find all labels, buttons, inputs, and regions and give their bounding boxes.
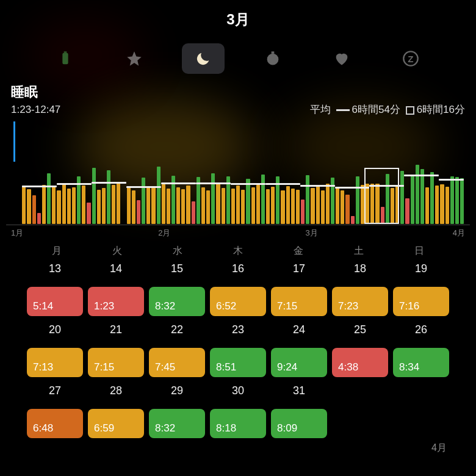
sleep-bar-chart[interactable] [6, 121, 470, 225]
chart-bar [42, 185, 46, 224]
chart-bar [286, 186, 290, 224]
sleep-block: 1:23 [88, 287, 144, 316]
sleep-block: 8:32 [149, 287, 205, 316]
calendar-cell[interactable]: 187:23 [332, 260, 388, 316]
chart-bar [440, 184, 444, 224]
chart-bar [132, 190, 135, 224]
tab-battery[interactable] [44, 43, 87, 74]
calendar-cell[interactable]: 197:16 [393, 260, 449, 316]
calendar-cell[interactable]: 318:09 [271, 382, 327, 438]
chart-bar [256, 185, 260, 224]
sleep-block: 8:09 [271, 409, 327, 438]
x-tick: 1月 [11, 228, 23, 239]
avg-segment [335, 187, 370, 189]
moon-icon [195, 50, 212, 67]
avg-segment [439, 179, 464, 181]
chart-bar [201, 187, 205, 224]
range-label: 1:23-12:47 [11, 104, 60, 116]
avg-segment [265, 183, 300, 185]
avg-segment [300, 185, 335, 187]
battery-icon [57, 50, 74, 67]
calendar-cell[interactable]: 249:24 [271, 321, 327, 377]
chart-bar [231, 189, 235, 224]
day-number: 13 [49, 262, 61, 275]
chart-bar [97, 190, 101, 224]
chart-bar [281, 190, 284, 224]
chart-bar [82, 186, 85, 224]
tab-z[interactable]: Z [389, 43, 432, 74]
calendar-cell[interactable]: 286:59 [88, 382, 144, 438]
chart-bar [216, 184, 220, 224]
tab-timer[interactable] [251, 43, 294, 74]
calendar-cell[interactable]: 177:15 [271, 260, 327, 316]
calendar-cell[interactable] [393, 382, 449, 438]
day-number: 17 [293, 262, 305, 275]
calendar-cell[interactable]: 268:34 [393, 321, 449, 377]
sleep-block: 5:14 [27, 287, 83, 316]
calendar-cell[interactable]: 227:45 [149, 321, 205, 377]
chart-bar [341, 190, 344, 224]
chart-bar [157, 167, 160, 224]
avg-segment [196, 182, 231, 184]
chart-bar [450, 176, 454, 224]
svg-rect-0 [62, 53, 68, 65]
chart-bar [151, 186, 155, 224]
sleep-block: 4:38 [332, 348, 388, 377]
tab-sleep[interactable] [182, 43, 225, 74]
chart-bar [117, 183, 120, 224]
chart-bar [236, 186, 240, 224]
calendar-grid: 135:14141:23158:32166:52177:15187:23197:… [27, 260, 449, 438]
calendar-cell[interactable]: 254:38 [332, 321, 388, 377]
sleep-block: 8:18 [210, 409, 266, 438]
calendar-cell[interactable] [332, 382, 388, 438]
chart-bar [316, 186, 320, 224]
weekday-label: 水 [148, 245, 208, 258]
calendar-cell[interactable]: 158:32 [149, 260, 205, 316]
chart-bar [336, 187, 339, 224]
tab-star[interactable] [113, 43, 156, 74]
calendar-cell[interactable]: 207:13 [27, 321, 83, 377]
chart-bar [271, 187, 275, 224]
section-title: 睡眠 [11, 83, 465, 101]
weekday-label: 土 [328, 245, 389, 258]
chart-bar [92, 168, 96, 224]
calendar-cell[interactable]: 298:32 [149, 382, 205, 438]
weekday-label: 木 [208, 245, 269, 258]
sleep-block: 7:15 [271, 287, 327, 316]
calendar-cell[interactable]: 238:51 [210, 321, 266, 377]
day-number: 27 [49, 384, 61, 397]
chart-bar [62, 184, 66, 224]
weekday-header: 月火水木金土日 [27, 245, 449, 258]
sleep-block: 6:52 [210, 287, 266, 316]
chart-bar [246, 179, 250, 224]
calendar-cell[interactable]: 308:18 [210, 382, 266, 438]
tab-heart[interactable] [320, 43, 363, 74]
chart-bar [435, 186, 439, 224]
chart-bar [52, 186, 56, 224]
calendar-cell[interactable]: 217:15 [88, 321, 144, 377]
chart-bar [107, 170, 110, 224]
chart-bar [27, 189, 31, 224]
avg-segment [231, 183, 265, 185]
calendar-cell[interactable]: 141:23 [88, 260, 144, 316]
chart-bar [321, 190, 325, 224]
sleep-block: 9:24 [271, 348, 327, 377]
sleep-block: 7:13 [27, 348, 83, 377]
day-number: 16 [232, 262, 244, 275]
chart-bar [455, 177, 459, 224]
chart-bar [400, 171, 404, 224]
chart-bar [445, 187, 449, 224]
chart-bar [425, 187, 429, 224]
svg-text:Z: Z [408, 54, 414, 64]
day-number: 22 [171, 323, 183, 336]
chart-bar [72, 187, 76, 224]
sleep-block: 6:48 [27, 409, 83, 438]
chart-bar [162, 184, 165, 224]
calendar-cell[interactable]: 166:52 [210, 260, 266, 316]
chart-x-axis: 1月2月3月4月 [11, 228, 465, 239]
chart-bar [326, 184, 330, 224]
calendar-cell[interactable]: 276:48 [27, 382, 83, 438]
chart-bar [291, 189, 295, 224]
x-tick: 3月 [306, 228, 318, 239]
calendar-cell[interactable]: 135:14 [27, 260, 83, 316]
